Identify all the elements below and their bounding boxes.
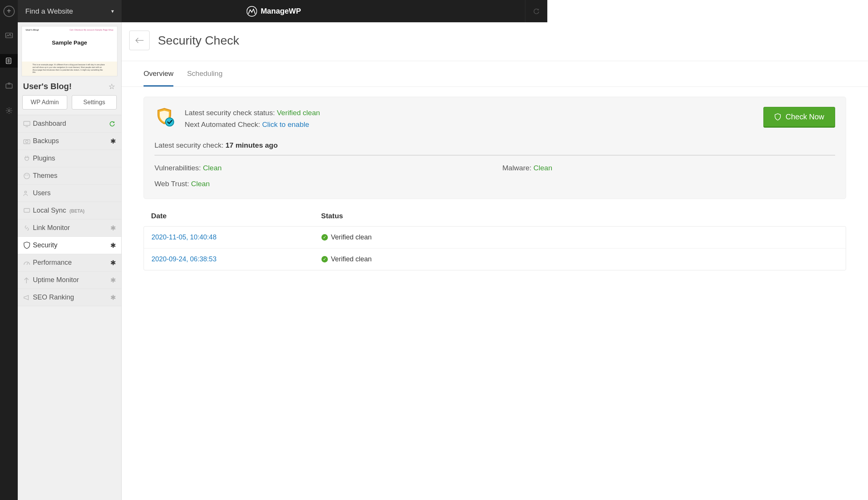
gear-icon[interactable]: ✱: [110, 241, 116, 250]
check-status: ✓Verified clean: [321, 233, 372, 241]
table-header: Date Status: [144, 199, 547, 226]
thumb-blog-name: User's Blog!: [26, 29, 39, 31]
thumb-body-text: This is an example page. It's different …: [22, 62, 117, 76]
managewp-icon: [246, 6, 257, 17]
svg-rect-9: [24, 121, 30, 125]
menu-security[interactable]: Security ✱: [18, 237, 121, 254]
sync-icon: [23, 207, 33, 214]
malware-status: Malware: Clean: [502, 164, 547, 172]
page-header: Security Check: [122, 22, 547, 61]
check-ok-icon: ✓: [321, 234, 328, 241]
refresh-icon: [532, 7, 541, 15]
menu-plugins[interactable]: Plugins: [18, 150, 121, 167]
site-sidebar: User's Blog! Cart Checkout My account Sa…: [18, 22, 122, 316]
svg-line-18: [27, 262, 28, 265]
menu-themes[interactable]: Themes: [18, 167, 121, 185]
left-rail: [0, 22, 18, 316]
find-website-label: Find a Website: [25, 7, 73, 15]
menu-label: SEO Ranking: [33, 293, 110, 301]
menu-label: Users: [33, 189, 116, 197]
chevron-down-icon: ▼: [110, 9, 115, 14]
history-table: 2020-11-05, 10:40:48 ✓Verified clean 202…: [144, 226, 547, 270]
main-content: Security Check Overview Scheduling Lates…: [122, 22, 547, 316]
monitor-icon: [23, 120, 33, 127]
page-title: Security Check: [158, 34, 239, 48]
svg-point-15: [27, 174, 28, 176]
gear-icon[interactable]: ✱: [110, 224, 116, 232]
menu-label: Local Sync (BETA): [33, 207, 116, 215]
menu-label: Dashboard: [33, 120, 108, 128]
gear-icon[interactable]: ✱: [110, 259, 116, 267]
webtrust-status: Web Trust: Clean: [154, 180, 487, 188]
menu-uptime[interactable]: Uptime Monitor ✱: [18, 272, 121, 289]
plug-icon: [23, 155, 33, 162]
site-title: User's Blog!: [23, 82, 72, 91]
global-refresh-button[interactable]: [525, 0, 547, 22]
menu-label: Backups: [33, 137, 110, 145]
gear-icon[interactable]: ✱: [110, 293, 116, 302]
back-button[interactable]: [129, 31, 150, 50]
table-row: 2020-11-05, 10:40:48 ✓Verified clean: [144, 227, 547, 248]
svg-point-8: [8, 110, 10, 112]
check-date-link[interactable]: 2020-11-05, 10:40:48: [151, 233, 321, 241]
menu-label: Link Monitor: [33, 224, 110, 232]
tab-scheduling[interactable]: Scheduling: [187, 69, 222, 86]
site-thumbnail[interactable]: User's Blog! Cart Checkout My account Sa…: [22, 26, 117, 76]
enable-schedule-link[interactable]: Click to enable: [262, 120, 309, 128]
menu-label: Performance: [33, 259, 110, 267]
svg-point-16: [25, 191, 26, 193]
brand-logo: ManageWP: [246, 6, 301, 17]
add-site-button[interactable]: +: [0, 0, 18, 22]
favorite-star-button[interactable]: ☆: [108, 82, 115, 91]
menu-link-monitor[interactable]: Link Monitor ✱: [18, 219, 121, 237]
next-check-line: Next Automated Check: Click to enable: [185, 119, 547, 130]
arrow-up-icon: [23, 276, 33, 284]
menu-backups[interactable]: Backups ✱: [18, 133, 121, 150]
menu-dashboard[interactable]: Dashboard: [18, 115, 121, 133]
brand-text: ManageWP: [261, 7, 301, 15]
settings-button[interactable]: Settings: [72, 95, 117, 110]
menu-local-sync[interactable]: Local Sync (BETA): [18, 202, 121, 219]
menu-label: Security: [33, 241, 110, 249]
gear-icon[interactable]: ✱: [110, 276, 116, 284]
shield-check-icon: [154, 107, 176, 128]
tab-overview[interactable]: Overview: [144, 69, 173, 86]
refresh-icon[interactable]: [108, 120, 116, 128]
camera-icon: [23, 138, 33, 145]
menu-users[interactable]: Users: [18, 185, 121, 202]
check-date-link[interactable]: 2020-09-24, 06:38:53: [151, 255, 321, 263]
rail-settings-icon[interactable]: [0, 104, 18, 117]
svg-point-13: [24, 173, 30, 179]
col-date: Date: [151, 212, 321, 220]
svg-rect-7: [8, 83, 10, 84]
summary-card: Latest security check status: Verified c…: [144, 97, 547, 199]
menu-seo[interactable]: SEO Ranking ✱: [18, 289, 121, 306]
svg-point-12: [26, 140, 28, 143]
svg-point-14: [25, 174, 26, 176]
gauge-icon: [23, 259, 33, 266]
rail-overview-icon[interactable]: [0, 29, 18, 43]
link-icon: [23, 224, 33, 232]
menu-label: Plugins: [33, 154, 116, 162]
palette-icon: [23, 172, 33, 180]
users-icon: [23, 190, 33, 197]
megaphone-icon: [23, 294, 33, 301]
check-status: ✓Verified clean: [321, 255, 372, 263]
wp-admin-button[interactable]: WP Admin: [22, 95, 67, 110]
svg-point-0: [247, 6, 256, 16]
shield-icon: [23, 241, 33, 250]
latest-check-line: Latest security check: 17 minutes ago: [154, 141, 547, 156]
status-line: Latest security check status: Verified c…: [185, 107, 547, 119]
thumb-page-title: Sample Page: [26, 39, 113, 46]
table-row: 2020-09-24, 06:38:53 ✓Verified clean: [144, 248, 547, 270]
gear-icon[interactable]: ✱: [110, 137, 116, 145]
svg-rect-17: [24, 208, 30, 212]
col-status: Status: [321, 212, 547, 220]
rail-clients-icon[interactable]: [0, 79, 18, 93]
find-website-dropdown[interactable]: Find a Website ▼: [18, 0, 122, 22]
rail-sites-icon[interactable]: [0, 54, 18, 68]
menu-label: Uptime Monitor: [33, 276, 110, 284]
menu-performance[interactable]: Performance ✱: [18, 254, 121, 272]
site-menu: Dashboard Backups ✱ Plugins Themes Users…: [18, 115, 121, 306]
menu-label: Themes: [33, 172, 116, 180]
